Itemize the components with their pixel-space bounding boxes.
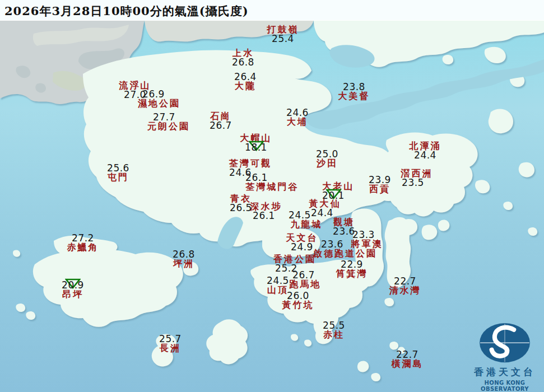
station-temperature: 26.7: [210, 121, 232, 130]
station-tai-po: 24.6大埔: [286, 108, 309, 127]
station-temperature: 26.7: [288, 270, 320, 279]
station-tsuen-wan-shing-mun-valley: 26.1荃灣城門谷: [246, 173, 299, 192]
station-shau-kei-wan: 22.9筲箕灣: [336, 260, 368, 278]
station-tai-mo-shan: 大帽山18.1: [240, 133, 272, 152]
station-sai-kung: 23.9西貢: [369, 175, 391, 194]
station-temperature: 22.7: [392, 350, 424, 359]
station-temperature: 26.1: [248, 211, 280, 220]
station-temperature: 23.8: [338, 82, 370, 91]
hko-logo-name-en: HONG KONG OBSERVATORY: [463, 380, 544, 392]
station-temperature: 26.4: [234, 72, 257, 81]
temperature-map-screen: 2026年3月28日10時00分的氣溫(攝氏度) 打鼓嶺25.4上水26.826…: [0, 0, 544, 392]
station-waglan-island: 22.7橫瀾島: [392, 350, 424, 368]
hko-logo-name-cn: 香港天文台: [463, 366, 544, 379]
station-temperature: 23.3: [348, 230, 380, 239]
station-kau-sai-chau: 滘西洲23.5: [401, 169, 433, 187]
station-tsing-yi: 青衣26.5: [230, 194, 252, 212]
station-wetland-park: 26.9濕地公園: [138, 90, 180, 108]
station-name: 元朗公園: [147, 122, 190, 131]
station-kowloon-city: 24.5九龍城: [291, 211, 323, 229]
station-temperature: 27.7: [143, 113, 185, 122]
station-temperature: 20.9: [62, 281, 84, 290]
station-cheung-chau: 25.7長洲: [159, 334, 182, 353]
station-name: 坪洲: [173, 259, 195, 268]
station-temperature: 18.1: [240, 143, 272, 152]
station-temperature: 23.6: [300, 240, 364, 249]
station-name: 濕地公園: [138, 99, 180, 108]
station-ta-kwu-ling: 打鼓嶺25.4: [267, 25, 299, 43]
station-temperature: 26.1: [230, 173, 283, 182]
station-temperature: 24.6: [286, 108, 309, 117]
station-chek-lap-kok: 27.2赤鱲角: [67, 234, 99, 252]
station-name: 大埔: [286, 117, 309, 127]
station-name: 大隴: [234, 81, 257, 91]
station-temperature: 22.9: [336, 260, 368, 269]
station-wong-chuk-hang: 26.0黃竹坑: [282, 291, 314, 310]
station-name: 沙田: [316, 158, 338, 168]
station-temperature: 23.5: [397, 178, 429, 187]
station-name: 啟德跑道公園: [313, 249, 377, 258]
station-temperature: 26.9: [132, 90, 175, 99]
station-name: 筲箕灣: [336, 269, 368, 278]
station-temperature: 22.7: [389, 277, 421, 286]
station-temperature: 23.9: [369, 175, 391, 184]
station-name: 清水灣: [389, 286, 421, 295]
station-temperature: 26.0: [282, 291, 314, 300]
station-temperature: 26.8: [173, 250, 195, 259]
hko-logo-icon: [475, 321, 535, 365]
station-name: 西貢: [369, 184, 391, 194]
station-name: 九龍城: [291, 220, 323, 229]
station-sheung-shui: 上水26.8: [232, 48, 254, 67]
station-temperature: 24.5: [267, 276, 289, 285]
station-name: 屯門: [107, 172, 129, 182]
station-temperature: 24.5: [284, 211, 316, 220]
station-name: 赤柱: [323, 330, 345, 339]
station-temperature: 25.4: [267, 34, 299, 43]
station-temperature: 27.2: [67, 234, 99, 242]
station-name: 大美督: [338, 91, 370, 101]
station-name: 荃灣城門谷: [246, 182, 299, 192]
page-title: 2026年3月28日10時00分的氣溫(攝氏度): [0, 2, 254, 19]
station-temperature: 25.7: [159, 334, 182, 343]
station-name: 橫瀾島: [392, 359, 424, 368]
station-clear-water-bay: 22.7清水灣: [389, 277, 421, 295]
station-peng-chau: 26.8坪洲: [173, 250, 195, 268]
station-tuen-mun: 25.6屯門: [107, 164, 129, 182]
station-happy-valley: 26.7跑馬地: [290, 270, 322, 289]
station-temperature: 25.6: [107, 164, 129, 172]
station-temperature: 26.8: [232, 58, 254, 67]
station-tai-mei-tuk: 23.8大美督: [338, 82, 370, 101]
station-ngong-ping: 20.9昂坪: [62, 281, 84, 299]
station-shek-kong: 石崗26.7: [210, 111, 232, 130]
station-name: 赤鱲角: [67, 242, 99, 252]
station-name: 昂坪: [62, 290, 84, 299]
station-tates-cairn: 大老山20.1: [323, 181, 355, 200]
station-temperature: 24.4: [410, 151, 441, 160]
station-name: 長洲: [159, 343, 182, 353]
station-sham-shui-po: 深水埗26.1: [250, 202, 282, 220]
station-sha-tin: 25.0沙田: [316, 150, 338, 168]
station-tai-lung: 26.4大隴: [234, 72, 257, 91]
station-temperature: 25.0: [316, 150, 338, 158]
station-name: 黃竹坑: [282, 300, 314, 310]
hko-logo: 香港天文台 HONG KONG OBSERVATORY: [463, 321, 544, 392]
station-stanley: 25.5赤柱: [323, 321, 345, 339]
station-name: 跑馬地: [290, 279, 322, 289]
station-yuen-long-park: 27.7元朗公園: [147, 113, 190, 131]
title-bar: 2026年3月28日10時00分的氣溫(攝氏度): [0, 0, 544, 21]
station-pak-tam-chung: 北潭涌24.4: [410, 141, 441, 160]
station-temperature: 25.5: [323, 321, 345, 330]
station-kai-tak-runway-park: 23.6啟德跑道公園: [313, 240, 377, 258]
